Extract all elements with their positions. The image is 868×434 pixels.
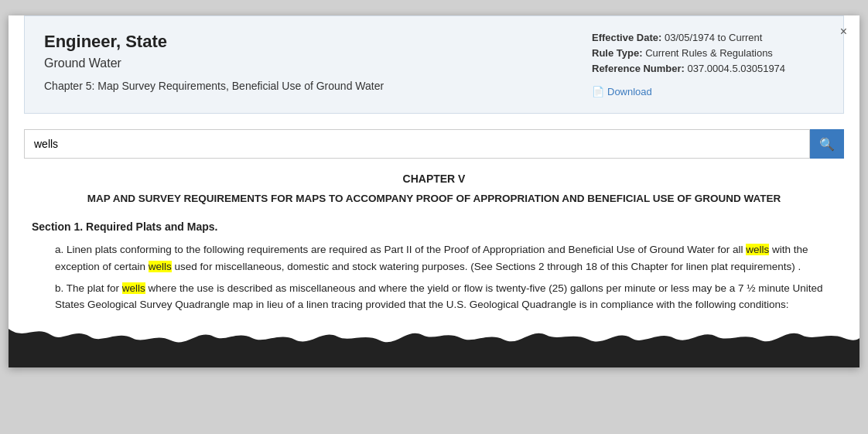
torn-paper-bottom (9, 321, 859, 367)
effective-date-row: Effective Date: 03/05/1974 to Current (592, 32, 824, 43)
chapter-subtitle: MAP AND SURVEY REQUIREMENTS FOR MAPS TO … (32, 190, 836, 207)
para-a-text3: used for miscellaneous, domestic and sto… (172, 261, 801, 272)
reference-label: Reference Number: (592, 63, 685, 74)
search-icon: 🔍 (819, 137, 835, 152)
rule-type-row: Rule Type: Current Rules & Regulations (592, 47, 824, 59)
header-right: Effective Date: 03/05/1974 to Current Ru… (592, 32, 824, 97)
highlight-wells-1: wells (746, 244, 769, 255)
highlight-wells-2: wells (149, 261, 172, 272)
download-icon: 📄 (592, 86, 604, 97)
download-label: Download (607, 86, 652, 97)
search-input[interactable] (24, 129, 810, 159)
close-button[interactable]: × (834, 22, 853, 42)
paragraph-b: b. The plat for wells where the use is d… (55, 280, 836, 313)
rule-type-value: Current Rules & Regulations (645, 47, 773, 59)
chapter-title: CHAPTER V (32, 170, 836, 187)
download-link[interactable]: 📄 Download (592, 86, 652, 97)
section-heading: Section 1. Required Plats and Maps. (32, 218, 836, 235)
para-a-text1: a. Linen plats conforming to the followi… (55, 244, 746, 255)
document-chapter: Chapter 5: Map Survey Requirements, Bene… (44, 80, 384, 92)
reference-row: Reference Number: 037.0004.5.03051974 (592, 63, 824, 74)
header-section: Engineer, State Ground Water Chapter 5: … (24, 15, 844, 114)
paragraph-a: a. Linen plats conforming to the followi… (55, 241, 836, 275)
para-b-text1: b. The plat for (55, 282, 122, 294)
reference-value: 037.0004.5.03051974 (688, 63, 786, 74)
document-subtitle: Ground Water (44, 56, 384, 70)
rule-type-label: Rule Type: (592, 47, 643, 59)
search-button[interactable]: 🔍 (810, 129, 844, 159)
effective-date-value: 03/05/1974 to Current (665, 32, 762, 43)
effective-date-label: Effective Date: (592, 32, 661, 43)
highlight-wells-3: wells (122, 282, 145, 294)
document-title: Engineer, State (44, 32, 384, 52)
search-section: 🔍 (24, 129, 844, 159)
content-section: CHAPTER V MAP AND SURVEY REQUIREMENTS FO… (24, 170, 844, 313)
para-b-text2: where the use is described as miscellane… (55, 282, 823, 311)
modal-container: × Engineer, State Ground Water Chapter 5… (9, 15, 859, 367)
header-left: Engineer, State Ground Water Chapter 5: … (44, 32, 384, 92)
